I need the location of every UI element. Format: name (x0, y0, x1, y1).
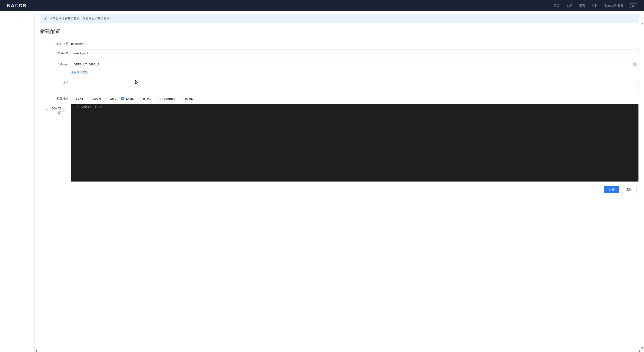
help-icon[interactable]: ? (62, 109, 64, 112)
code-editor[interactable]: 1 emali: true (71, 104, 638, 182)
radio-properties[interactable]: Properties (156, 97, 175, 100)
scroll-left-icon[interactable] (35, 350, 36, 352)
radio-json[interactable]: JSON (88, 97, 100, 100)
sidebar-collapse-icon[interactable]: 〈 (16, 18, 19, 22)
row-format: 配置格式 TEXT JSON XML YAML HTML Properties … (47, 97, 638, 101)
advanced-options-link[interactable]: 更多高级选项 (71, 71, 88, 74)
input-group[interactable] (71, 61, 638, 68)
radio-html[interactable]: HTML (138, 97, 151, 100)
label-content: *配置内容 ? ： (47, 104, 71, 115)
publish-button[interactable]: 发布 (604, 186, 619, 193)
radio-yaml[interactable]: YAML (121, 97, 134, 100)
main-container: 〈 i 当前集群没有开启鉴权，请参考文档开启鉴权~ 新建配置 *命名空间 und… (0, 11, 644, 352)
lang-toggle[interactable]: En (630, 3, 637, 8)
row-content: *配置内容 ? ： 1 emali: true (47, 104, 638, 182)
scroll-up-icon[interactable] (641, 23, 644, 25)
main-content: i 当前集群没有开启鉴权，请参考文档开启鉴权~ 新建配置 *命名空间 undef… (34, 11, 644, 352)
nav-docs[interactable]: 文档 (566, 4, 572, 8)
auth-alert: i 当前集群没有开启鉴权，请参考文档开启鉴权~ (40, 14, 638, 23)
scroll-down-icon[interactable] (641, 347, 644, 349)
radio-xml[interactable]: XML (106, 97, 116, 100)
row-namespace: *命名空间 undefined (47, 42, 638, 46)
alert-doc-link[interactable]: 文档 (92, 17, 98, 20)
label-format: 配置格式 (47, 97, 71, 101)
editor-code[interactable]: emali: true (80, 104, 638, 182)
row-dataid: *Data ID (47, 50, 638, 57)
format-radios: TEXT JSON XML YAML HTML Properties TOML (71, 97, 193, 100)
editor-gutter: 1 (71, 104, 80, 182)
row-description: 描述 (47, 79, 638, 93)
info-icon: i (44, 17, 47, 20)
scroll-right-icon[interactable] (639, 350, 641, 352)
nav-blog[interactable]: 博客 (579, 4, 586, 8)
clear-group-icon[interactable]: ✕ (633, 63, 637, 66)
logo: NACOS. (7, 3, 28, 9)
row-advanced: 更多高级选项 (47, 70, 638, 74)
nav-home[interactable]: 首页 (553, 4, 560, 8)
value-namespace: undefined (71, 42, 84, 46)
row-group: *Group ✕ (47, 61, 638, 68)
top-nav: 首页 文档 博客 社区 Nacos企业版 En (553, 3, 637, 8)
input-description[interactable] (71, 79, 638, 93)
nav-enterprise[interactable]: Nacos企业版 (605, 4, 624, 8)
sidebar: 〈 (0, 11, 34, 352)
nav-community[interactable]: 社区 (592, 4, 598, 8)
radio-text[interactable]: TEXT (71, 97, 83, 100)
label-namespace: *命名空间 (47, 42, 71, 46)
alert-text: 当前集群没有开启鉴权，请参考文档开启鉴权~ (50, 17, 111, 21)
radio-toml[interactable]: TOML (180, 97, 193, 100)
config-form: *命名空间 undefined *Data ID *Group ✕ 更多高级选项… (47, 42, 638, 193)
back-button[interactable]: 返回 (622, 186, 637, 193)
form-footer: 发布 返回 (47, 186, 638, 193)
label-description: 描述 (47, 79, 71, 85)
top-header: NACOS. 首页 文档 博客 社区 Nacos企业版 En (0, 0, 644, 11)
label-group: *Group (47, 63, 71, 66)
input-dataid[interactable] (71, 50, 638, 57)
label-dataid: *Data ID (47, 52, 71, 55)
page-title: 新建配置 (40, 28, 638, 35)
